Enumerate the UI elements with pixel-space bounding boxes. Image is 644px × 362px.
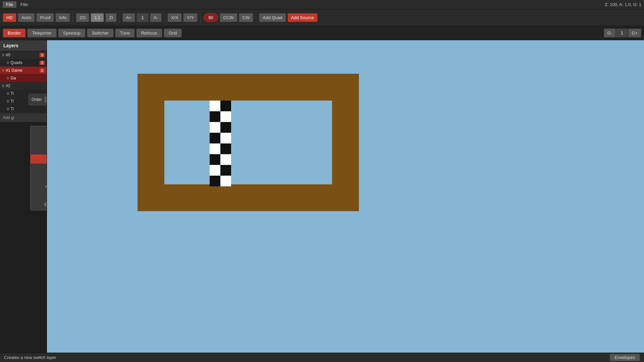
- g-minus-button[interactable]: G-: [604, 28, 616, 38]
- checker-cell: [220, 154, 231, 165]
- order-popup: Order - 1 +: [29, 94, 47, 105]
- proof-button[interactable]: Proof: [36, 13, 54, 22]
- border-tab[interactable]: Border: [3, 28, 26, 38]
- subtoolbar: Border Teleporter Speedup Switcher Tune …: [0, 26, 644, 40]
- separator-4: [200, 13, 201, 23]
- separator-5: [256, 13, 256, 23]
- add-quad-button[interactable]: Add Quad: [259, 13, 286, 22]
- z-info: Z: 100, A: 1.0, G: 1: [605, 2, 641, 7]
- layer-name-0: #0: [6, 53, 39, 57]
- tune-tab[interactable]: Tune: [115, 28, 135, 38]
- layer-v-2: V: [2, 84, 4, 88]
- layer-quads[interactable]: V Quads S: [0, 59, 47, 67]
- a-minus-button[interactable]: A-: [150, 13, 162, 22]
- checker-cell: [220, 143, 231, 154]
- order-label: Order: [32, 97, 42, 102]
- map-border-bottom: [138, 184, 359, 211]
- g-plus-button[interactable]: G+: [628, 28, 641, 38]
- layer-group-0[interactable]: V #0 S: [0, 51, 47, 59]
- statusbar: Creates a new switch layer Envelopes: [0, 353, 644, 362]
- checker-cell: [210, 122, 220, 133]
- cw-button[interactable]: CW: [239, 13, 254, 22]
- info-button[interactable]: Info: [55, 13, 70, 22]
- canvas-area[interactable]: [47, 40, 644, 353]
- xx-button[interactable]: X/X: [167, 13, 182, 22]
- checker-cell: [210, 111, 220, 122]
- layer-v-1: V: [2, 68, 4, 72]
- add-source-button[interactable]: Add Source: [287, 13, 318, 22]
- checkerboard: [210, 101, 231, 188]
- layer-v-ga: V: [7, 76, 9, 80]
- speedup-tab[interactable]: Speedup: [58, 28, 86, 38]
- ctx-add-switch-layer[interactable]: Add switch layer: [31, 155, 47, 164]
- layer-v-0: V: [2, 53, 4, 57]
- separator-3: [164, 13, 165, 23]
- ccw-button[interactable]: CCW: [220, 13, 237, 22]
- layer-name-1: #1 Game: [6, 68, 39, 73]
- checker-cell: [210, 133, 220, 143]
- hd-button[interactable]: HD: [3, 13, 16, 22]
- checker-cell: [220, 165, 231, 176]
- layer-name-2: #2: [6, 83, 45, 88]
- map-border-left: [138, 74, 164, 211]
- ctx-add-tune-layer[interactable]: Add tune layer: [31, 173, 47, 182]
- zi-button[interactable]: ZI: [105, 13, 117, 22]
- add-group-button[interactable]: Add gr: [0, 113, 47, 122]
- map-border-top: [138, 74, 359, 101]
- checker-cell: [220, 111, 231, 122]
- ctx-add-tele-layer[interactable]: Add tele layer: [31, 191, 47, 200]
- layer-name-ga: Ga: [10, 76, 45, 80]
- checker-cell: [220, 176, 231, 186]
- angle-display: 90: [203, 13, 218, 22]
- status-text: Creates a new switch layer: [4, 355, 56, 360]
- layer-v-ti2: V: [7, 99, 9, 103]
- ctx-add-front-layer[interactable]: Add front layer: [31, 164, 47, 173]
- context-menu: Add sound layer Add tile layer Add quads…: [30, 126, 47, 210]
- toolbar: HD Anim Proof Info ZO 1:1 ZI A+ 1 A- X/X…: [0, 9, 644, 26]
- g-number: 1: [616, 28, 628, 38]
- zo-button[interactable]: ZO: [76, 13, 89, 22]
- checker-cell: [210, 176, 220, 186]
- ctx-add-quads-layer[interactable]: Add quads layer: [31, 145, 47, 155]
- checker-cell: [210, 154, 220, 165]
- layer-s-1: S: [40, 68, 45, 73]
- layer-group-1[interactable]: V #1 Game S: [0, 67, 47, 74]
- checker-cell: [220, 133, 231, 143]
- envelopes-button[interactable]: Envelopes: [609, 354, 640, 361]
- grid-tab[interactable]: Grid: [164, 28, 182, 38]
- order-minus-button[interactable]: -: [44, 96, 47, 103]
- checker-cell: [220, 122, 231, 133]
- layer-v-quads: V: [7, 61, 9, 65]
- checker-cell: [210, 165, 220, 176]
- layers-header: Layers: [0, 40, 47, 51]
- file-menu[interactable]: File: [3, 1, 16, 8]
- map-container: [138, 74, 359, 211]
- a-plus-button[interactable]: A+: [122, 13, 135, 22]
- ctx-clean-up-game-tiles[interactable]: Clean up game tiles: [31, 200, 47, 209]
- g-number-group: G- 1 G+: [604, 28, 641, 38]
- layer-v-ti3: V: [7, 107, 9, 111]
- teleporter-tab[interactable]: Teleporter: [27, 28, 57, 38]
- layer-ti-3[interactable]: V Ti: [0, 105, 47, 113]
- switcher-tab[interactable]: Switcher: [87, 28, 114, 38]
- checker-cell: [210, 101, 220, 111]
- file-label: File:: [20, 2, 29, 7]
- ctx-add-tile-layer[interactable]: Add tile layer: [31, 136, 47, 145]
- ctx-add-speedup-layer[interactable]: Add speedup layer: [31, 182, 47, 191]
- layer-name-ti3: Ti: [10, 107, 45, 111]
- sidebar: Layers V #0 S V Quads S V #1 Game S V Ga…: [0, 40, 47, 353]
- layer-group-2[interactable]: V #2: [0, 82, 47, 90]
- anim-button[interactable]: Anim: [18, 13, 35, 22]
- a-number: 1: [137, 13, 149, 22]
- one-to-one-button[interactable]: 1:1: [91, 13, 104, 22]
- checker-cell: [220, 101, 231, 111]
- layer-s-quads: S: [40, 61, 45, 65]
- ctx-add-sound-layer[interactable]: Add sound layer: [31, 127, 47, 136]
- main-area: Layers V #0 S V Quads S V #1 Game S V Ga…: [0, 40, 644, 353]
- separator-1: [73, 13, 73, 23]
- map-inner: [164, 101, 332, 184]
- layer-ga[interactable]: V Ga: [0, 74, 47, 82]
- refocus-tab[interactable]: Refocus: [136, 28, 162, 38]
- yy-button[interactable]: Y/Y: [183, 13, 198, 22]
- layer-name-quads: Quads: [10, 60, 39, 65]
